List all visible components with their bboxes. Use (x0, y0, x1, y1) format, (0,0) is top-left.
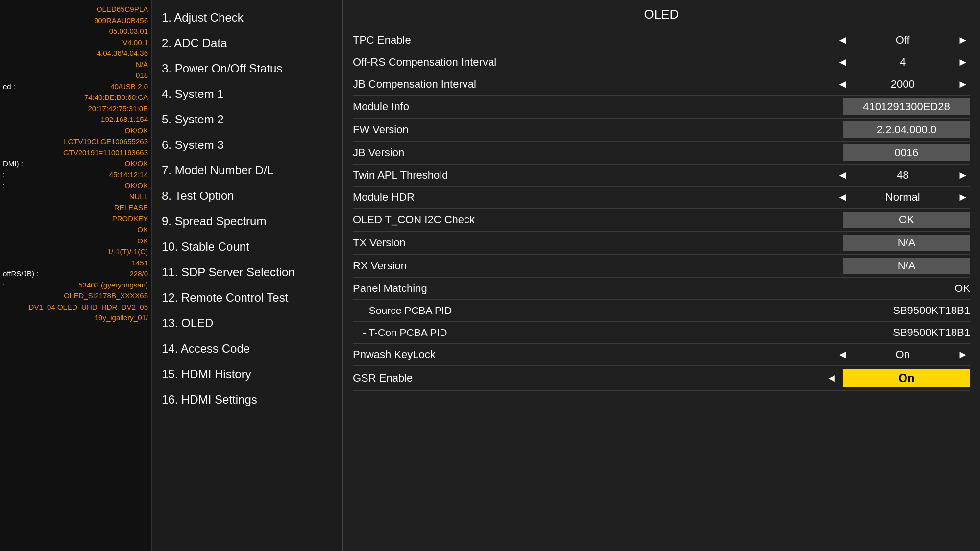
setting-label: Off-RS Compensation Interval (353, 56, 804, 69)
info-line: :OK/OK (3, 180, 148, 192)
setting-value-plain: SB9500KT18B1 (843, 304, 970, 317)
left-arrow-button[interactable]: ◄ (835, 78, 850, 91)
info-line: 1451 (3, 258, 148, 269)
setting-value-box: 0016 (843, 144, 970, 161)
setting-row: Module HDR◄Normal► (353, 187, 970, 208)
left-arrow-button[interactable]: ◄ (835, 191, 850, 204)
right-arrow-button[interactable]: ► (956, 348, 970, 361)
info-line: DMI) :OK/OK (3, 158, 148, 169)
setting-label: RX Version (353, 260, 804, 272)
setting-value-wrapper: N/A (804, 258, 970, 274)
menu-item[interactable]: 7. Model Number D/L (162, 158, 332, 183)
info-line: OK (3, 236, 148, 247)
setting-row: JB Version0016 (353, 142, 970, 164)
setting-value-wrapper: ◄Off► (804, 34, 970, 47)
setting-label: Module Info (353, 100, 804, 113)
info-line: DV1_04 OLED_UHD_HDR_DV2_05 (3, 302, 148, 313)
setting-value-wrapper: OK (804, 282, 970, 295)
menu-item[interactable]: 15. HDMI History (162, 361, 332, 387)
info-line: 018 (3, 70, 148, 81)
setting-label: Twin APL Threshold (353, 169, 804, 182)
setting-row: OLED T_CON I2C CheckOK (353, 209, 970, 231)
setting-value-wrapper: ◄2000► (804, 78, 970, 91)
menu-item[interactable]: 14. Access Code (162, 336, 332, 361)
device-info-block: OLED65C9PLA909RAAU0B45605.00.03.01V4.00.… (3, 4, 148, 324)
setting-value: 2000 (854, 78, 952, 91)
left-panel: OLED65C9PLA909RAAU0B45605.00.03.01V4.00.… (0, 0, 152, 551)
setting-row: Pnwash KeyLock◄On► (353, 344, 970, 365)
right-arrow-button[interactable]: ► (956, 34, 970, 47)
setting-label: Module HDR (353, 191, 804, 204)
setting-label: OLED T_CON I2C Check (353, 214, 804, 226)
info-line: PRODKEY (3, 214, 148, 225)
menu-item[interactable]: 13. OLED (162, 311, 332, 336)
setting-row: Twin APL Threshold◄48► (353, 165, 970, 186)
info-line: OK (3, 224, 148, 236)
right-arrow-button[interactable]: ► (956, 169, 970, 182)
right-arrow-button[interactable]: ► (956, 78, 970, 91)
left-arrow-button[interactable]: ◄ (835, 348, 850, 361)
menu-item[interactable]: 8. Test Option (162, 183, 332, 209)
setting-label: - Source PCBA PID (353, 305, 804, 316)
setting-row: JB Compensation Interval◄2000► (353, 73, 970, 95)
menu-item[interactable]: 16. HDMI Settings (162, 387, 332, 412)
setting-row: RX VersionN/A (353, 255, 970, 277)
setting-label: GSR Enable (353, 372, 804, 384)
setting-row: - Source PCBA PIDSB9500KT18B1 (353, 300, 970, 321)
setting-value-wrapper: ◄Normal► (804, 191, 970, 204)
menu-item[interactable]: 9. Spread Spectrum (162, 209, 332, 234)
setting-label: TPC Enable (353, 34, 804, 47)
setting-value-plain: SB9500KT18B1 (843, 326, 970, 339)
menu-item[interactable]: 3. Power On/Off Status (162, 56, 332, 81)
setting-row: Off-RS Compensation Interval◄4► (353, 51, 970, 73)
info-line: 4.04.36/4.04.36 (3, 48, 148, 59)
setting-row: GSR Enable◄On (353, 366, 970, 390)
menu-item[interactable]: 5. System 2 (162, 107, 332, 132)
info-line: OK/OK (3, 125, 148, 137)
menu-item[interactable]: 4. System 1 (162, 81, 332, 107)
menu-item[interactable]: 12. Remote Control Test (162, 285, 332, 311)
setting-value-wrapper: SB9500KT18B1 (804, 326, 970, 339)
setting-value: 4 (854, 56, 952, 69)
info-line: 909RAAU0B456 (3, 15, 148, 26)
menu-item[interactable]: 6. System 3 (162, 132, 332, 158)
settings-panel: OLED TPC Enable◄Off►Off-RS Compensation … (343, 0, 980, 551)
setting-label: FW Version (353, 123, 804, 136)
info-line: offRS/JB) :228/0 (3, 268, 148, 280)
setting-value-box: OK (843, 212, 970, 228)
setting-value-wrapper: ◄On► (804, 348, 970, 361)
gsr-left-arrow[interactable]: ◄ (824, 372, 839, 384)
menu-item[interactable]: 2. ADC Data (162, 30, 332, 56)
setting-value-wrapper: N/A (804, 235, 970, 251)
left-arrow-button[interactable]: ◄ (835, 169, 850, 182)
info-line: ed :40/USB 2.0 (3, 81, 148, 93)
menu-item[interactable]: 10. Stable Count (162, 234, 332, 260)
info-line: LGTV19CLGE100655263 (3, 136, 148, 147)
info-line: 192.168.1.154 (3, 114, 148, 125)
left-arrow-button[interactable]: ◄ (835, 34, 850, 47)
setting-value-box: N/A (843, 235, 970, 251)
right-arrow-button[interactable]: ► (956, 191, 970, 204)
setting-value-wrapper: 4101291300ED28 (804, 98, 970, 115)
info-line: OLED65C9PLA (3, 4, 148, 15)
setting-value: On (854, 348, 952, 361)
info-line: GTV20191=11001193663 (3, 147, 148, 159)
setting-value: Off (854, 34, 952, 47)
setting-row: TPC Enable◄Off► (353, 29, 970, 51)
info-line: :45:14:12:14 (3, 169, 148, 181)
gsr-value: On (843, 369, 970, 387)
right-arrow-button[interactable]: ► (956, 56, 970, 69)
setting-value-wrapper: ◄4► (804, 56, 970, 69)
info-line: RELEASE (3, 202, 148, 214)
menu-item[interactable]: 1. Adjust Check (162, 5, 332, 30)
setting-value-plain: OK (843, 282, 970, 295)
setting-value-box: 2.2.04.000.0 (843, 121, 970, 138)
settings-header: OLED (353, 0, 970, 27)
left-arrow-button[interactable]: ◄ (835, 56, 850, 69)
setting-value: Normal (854, 191, 952, 204)
setting-label: JB Version (353, 146, 804, 159)
setting-row: Panel MatchingOK (353, 278, 970, 299)
setting-value-wrapper: 2.2.04.000.0 (804, 121, 970, 138)
menu-item[interactable]: 11. SDP Server Selection (162, 260, 332, 285)
setting-row: TX VersionN/A (353, 232, 970, 254)
